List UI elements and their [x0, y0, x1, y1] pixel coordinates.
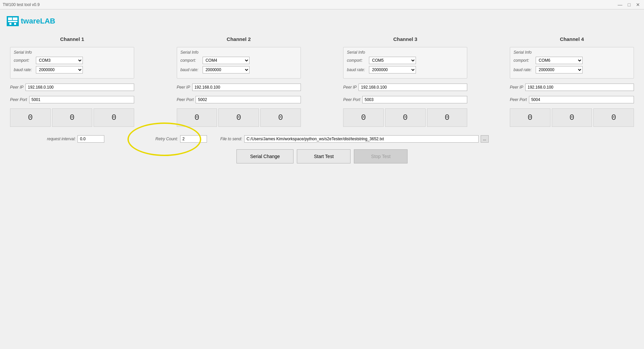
peer-ip-label-4: Peer IP: [510, 85, 523, 90]
baud-label-3: baud rate:: [347, 67, 367, 72]
peer-port-row-4: Peer Port: [510, 96, 634, 103]
peer-ip-input-1[interactable]: [25, 84, 134, 91]
comport-select-2[interactable]: COM3COM4COM5COM6: [203, 57, 250, 64]
baud-row-3: baud rate: 20000001152009600: [347, 66, 464, 73]
svg-rect-0: [8, 17, 12, 20]
comport-row-3: comport: COM3COM4COM5COM6: [347, 57, 464, 64]
comport-label-4: comport:: [514, 58, 534, 63]
comport-row-4: comport: COM3COM4COM5COM6: [514, 57, 630, 64]
file-to-send-label: File to send:: [220, 137, 242, 141]
stop-test-button[interactable]: Stop Test: [354, 149, 408, 163]
serial-info-box-3: Serial Info comport: COM3COM4COM5COM6 ba…: [343, 47, 467, 79]
peer-ip-input-3[interactable]: [359, 84, 467, 91]
serial-info-label-2: Serial Info: [180, 50, 297, 55]
peer-ip-row-2: Peer IP: [177, 84, 301, 91]
channels-row: Channel 1 Serial Info comport: COM3COM4C…: [10, 36, 634, 127]
logo-lab: LAB: [40, 17, 55, 25]
baud-label-1: baud rate:: [14, 67, 34, 72]
baud-row-4: baud rate: 20000001152009600: [514, 66, 630, 73]
retry-count-group: Retry Count:: [155, 135, 207, 143]
peer-ip-input-4[interactable]: [525, 84, 634, 91]
comport-select-1[interactable]: COM3COM4COM5COM6: [36, 57, 83, 64]
comport-select-4[interactable]: COM3COM4COM5COM6: [536, 57, 583, 64]
file-to-send-group: File to send: ...: [220, 135, 489, 143]
serial-info-box-1: Serial Info comport: COM3COM4COM5COM6 ba…: [10, 47, 134, 79]
serial-info-label-1: Serial Info: [14, 50, 130, 55]
digit-displays-4: 000: [510, 108, 634, 127]
digit-displays-1: 000: [10, 108, 134, 127]
peer-ip-label-2: Peer IP: [177, 85, 190, 90]
comport-label-3: comport:: [347, 58, 367, 63]
maximize-button[interactable]: □: [627, 2, 632, 7]
digit-box-3-1: 0: [343, 108, 384, 127]
baud-select-4[interactable]: 20000001152009600: [536, 66, 583, 73]
digit-box-4-1: 0: [510, 108, 550, 127]
comport-row-2: comport: COM3COM4COM5COM6: [180, 57, 297, 64]
main-content: Channel 1 Serial Info comport: COM3COM4C…: [0, 33, 644, 167]
request-interval-input[interactable]: [77, 135, 104, 143]
peer-port-input-4[interactable]: [529, 96, 634, 103]
serial-info-box-4: Serial Info comport: COM3COM4COM5COM6 ba…: [510, 47, 634, 79]
start-test-button[interactable]: Start Test: [297, 149, 351, 163]
peer-ip-row-1: Peer IP: [10, 84, 134, 91]
serial-change-button[interactable]: Serial Change: [236, 149, 294, 163]
logo-icon: [7, 16, 19, 26]
bottom-params: request interval: Retry Count: File to s…: [10, 135, 634, 143]
request-interval-group: request interval:: [47, 135, 104, 143]
logo-bar: twareLAB: [0, 9, 644, 33]
peer-port-label-2: Peer Port: [177, 97, 194, 102]
peer-port-input-3[interactable]: [362, 96, 467, 103]
channel-4: Channel 4 Serial Info comport: COM3COM4C…: [510, 36, 634, 127]
digit-box-1-1: 0: [10, 108, 51, 127]
logo-text: twareLAB: [21, 17, 55, 26]
retry-count-input[interactable]: [180, 135, 207, 143]
window-controls[interactable]: — □ ✕: [616, 2, 641, 7]
peer-port-input-2[interactable]: [196, 96, 301, 103]
comport-label-2: comport:: [180, 58, 201, 63]
file-to-send-input[interactable]: [244, 135, 479, 143]
peer-port-input-1[interactable]: [29, 96, 134, 103]
logo: twareLAB: [7, 16, 55, 26]
svg-rect-3: [9, 23, 11, 25]
request-interval-label: request interval:: [47, 137, 75, 141]
digit-box-3-3: 0: [427, 108, 468, 127]
logo-tware: tware: [21, 17, 40, 25]
peer-port-row-2: Peer Port: [177, 96, 301, 103]
digit-displays-3: 000: [343, 108, 467, 127]
peer-port-row-3: Peer Port: [343, 96, 467, 103]
action-buttons: Serial Change Start Test Stop Test: [10, 149, 634, 163]
digit-box-2-2: 0: [218, 108, 259, 127]
channel-1-title: Channel 1: [10, 36, 134, 42]
digit-box-2-3: 0: [260, 108, 301, 127]
serial-info-label-3: Serial Info: [347, 50, 464, 55]
channel-2-title: Channel 2: [177, 36, 301, 42]
comport-row-1: comport: COM3COM4COM5COM6: [14, 57, 130, 64]
peer-ip-label-3: Peer IP: [343, 85, 357, 90]
window-title: TW100 test tool v0.9: [3, 2, 40, 7]
comport-select-3[interactable]: COM3COM4COM5COM6: [369, 57, 416, 64]
baud-label-4: baud rate:: [514, 67, 534, 72]
channel-3-title: Channel 3: [343, 36, 467, 42]
baud-select-1[interactable]: 20000001152009600: [36, 66, 83, 73]
channel-4-title: Channel 4: [510, 36, 634, 42]
close-button[interactable]: ✕: [635, 2, 641, 7]
peer-ip-row-4: Peer IP: [510, 84, 634, 91]
peer-port-label-4: Peer Port: [510, 97, 527, 102]
browse-button[interactable]: ...: [481, 135, 489, 143]
serial-info-label-4: Serial Info: [514, 50, 630, 55]
svg-rect-4: [14, 23, 16, 25]
retry-count-label: Retry Count:: [155, 137, 178, 141]
peer-ip-input-2[interactable]: [192, 84, 301, 91]
baud-select-3[interactable]: 20000001152009600: [369, 66, 416, 73]
svg-rect-1: [13, 17, 17, 20]
channel-2: Channel 2 Serial Info comport: COM3COM4C…: [177, 36, 301, 127]
comport-label-1: comport:: [14, 58, 34, 63]
title-bar: TW100 test tool v0.9 — □ ✕: [0, 0, 644, 9]
digit-box-3-2: 0: [385, 108, 426, 127]
peer-port-label-3: Peer Port: [343, 97, 360, 102]
peer-ip-row-3: Peer IP: [343, 84, 467, 91]
minimize-button[interactable]: —: [616, 2, 624, 7]
baud-select-2[interactable]: 20000001152009600: [203, 66, 250, 73]
channel-1: Channel 1 Serial Info comport: COM3COM4C…: [10, 36, 134, 127]
baud-row-2: baud rate: 20000001152009600: [180, 66, 297, 73]
